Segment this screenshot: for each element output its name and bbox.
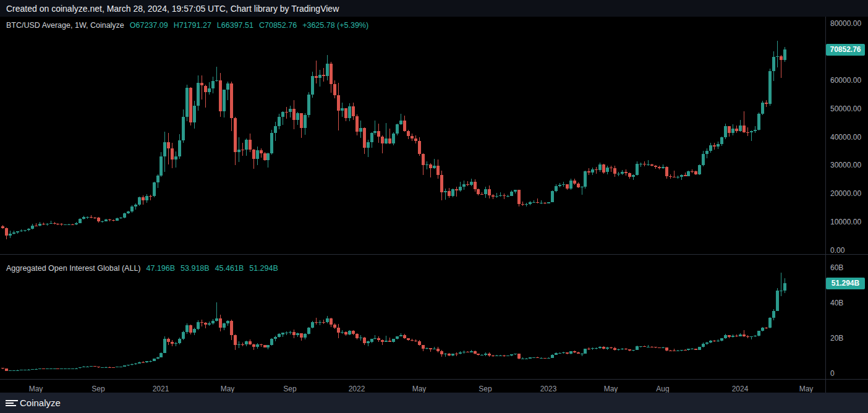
time-tick-label: May — [214, 385, 241, 393]
oi-tick-label: 60B — [830, 263, 843, 272]
coinalyze-brand[interactable]: Coinalyze — [20, 398, 61, 408]
price-tick-label: 60000.00 — [830, 76, 861, 85]
time-tick-label: 2024 — [726, 385, 754, 393]
oi-last-value-badge: 51.294B — [826, 278, 865, 289]
legend-value: +3625.78 (+5.39%) — [302, 21, 368, 30]
coinalyze-logo-icon[interactable] — [6, 400, 18, 406]
time-tick-label: May — [406, 385, 433, 393]
legend-value: 51.294B — [249, 264, 278, 273]
time-tick-label: May — [597, 385, 624, 393]
price-tick-label: 30000.00 — [830, 161, 861, 169]
time-axis-border — [0, 379, 868, 380]
price-tick-label: 40000.00 — [830, 133, 861, 142]
oi-tick-label: 0 — [830, 369, 835, 378]
price-tick-label: 20000.00 — [830, 189, 861, 198]
price-legend-title: BTC/USD Average, 1W, Coinalyze — [6, 21, 124, 30]
legend-value: O67237.09 — [130, 21, 168, 30]
time-axis[interactable]: MaySep2021MaySep2022MaySep2023MayAug2024… — [0, 379, 868, 393]
time-tick-label: Sep — [85, 385, 112, 393]
pane-divider[interactable] — [0, 254, 868, 255]
time-tick-label: 2021 — [147, 385, 174, 393]
legend-value: 45.461B — [215, 264, 244, 273]
oi-legend-title: Aggregated Open Interest Global (ALL) — [6, 264, 141, 273]
oi-tick-label: 20B — [830, 334, 843, 343]
legend-value: H71791.27 — [174, 21, 211, 30]
time-tick-label: May — [22, 385, 49, 393]
price-tick-label: 0.00 — [830, 246, 845, 255]
price-scale[interactable]: 80000.0060000.0050000.0040000.0030000.00… — [826, 17, 868, 379]
price-tick-label: 50000.00 — [830, 104, 861, 113]
chart-app: Created on coinalyze.net, March 28, 2024… — [0, 0, 868, 413]
price-pane-legend: BTC/USD Average, 1W, Coinalyze O67237.09… — [6, 21, 368, 30]
price-last-value-badge: 70852.76 — [826, 44, 865, 56]
time-tick-label: 2022 — [343, 385, 370, 393]
legend-value: 47.196B — [147, 264, 176, 273]
oi-pane-legend: Aggregated Open Interest Global (ALL) 47… — [6, 264, 278, 273]
time-tick-label: Aug — [649, 385, 676, 393]
oi-tick-label: 40B — [830, 299, 843, 307]
price-tick-label: 80000.00 — [830, 19, 861, 28]
legend-value: C70852.76 — [259, 21, 297, 30]
time-tick-label: May — [793, 385, 820, 393]
time-tick-label: 2023 — [535, 385, 562, 393]
oi-legend-ohlc-values: 47.196B53.918B45.461B51.294B — [147, 264, 278, 273]
time-tick-label: Sep — [276, 385, 304, 393]
candlestick-chart-canvas[interactable] — [0, 0, 825, 393]
legend-value: L66397.51 — [217, 21, 253, 30]
legend-value: 53.918B — [181, 264, 210, 273]
price-legend-ohlc-values: O67237.09H71791.27L66397.51C70852.76+362… — [130, 21, 368, 30]
time-tick-label: Sep — [472, 385, 499, 393]
footer-bar: Coinalyze — [0, 393, 868, 413]
price-tick-label: 10000.00 — [830, 218, 861, 226]
